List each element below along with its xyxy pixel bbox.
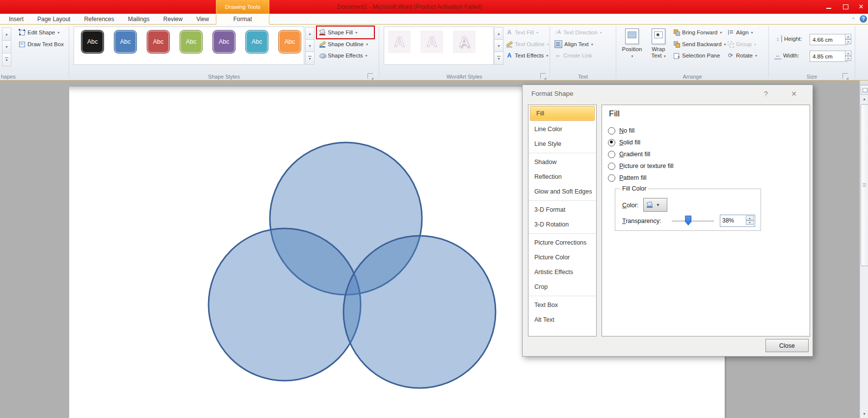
dialog-launcher-icon[interactable] <box>842 73 848 79</box>
dialog-help-icon[interactable]: ? <box>760 89 772 99</box>
shape-style-chip-4[interactable]: Abc <box>212 30 236 54</box>
wordart-style-chip-1[interactable]: A <box>421 30 443 53</box>
gallery-up-icon[interactable]: ▲ <box>494 27 503 40</box>
text-outline-button[interactable]: Text Outline ▾ <box>506 40 549 49</box>
draw-text-box-button[interactable]: Draw Text Box <box>19 40 64 49</box>
rotate-button[interactable]: ⟳ Rotate ▾ <box>727 51 757 60</box>
transparency-value-box[interactable]: 38% ▲▼ <box>720 215 755 227</box>
tab-page-layout[interactable]: Page Layout <box>30 14 77 25</box>
shape-width-input[interactable]: 4.85 cm <box>810 51 847 62</box>
radio-picture-or-texture-fill[interactable]: Picture or texture fill <box>608 160 673 172</box>
scrollbar-split-handle[interactable] <box>860 81 868 85</box>
shape-style-chip-5[interactable]: Abc <box>245 30 268 54</box>
radio-icon[interactable] <box>608 151 615 158</box>
nav-item-3-d-rotation[interactable]: 3-D Rotation <box>528 217 596 232</box>
ruler-toggle-icon[interactable] <box>861 85 868 95</box>
shape-outline-button[interactable]: Shape Outline ▾ <box>319 40 368 49</box>
nav-item-picture-color[interactable]: Picture Color <box>528 250 596 265</box>
shape-height-input[interactable]: 4.66 cm <box>810 34 847 45</box>
position-button[interactable]: Position▾ <box>620 28 644 75</box>
contextual-tab-header[interactable]: Drawing Tools <box>216 0 269 14</box>
gallery-down-icon[interactable]: ▼ <box>2 40 11 54</box>
radio-solid-fill[interactable]: Solid fill <box>608 137 673 148</box>
text-fill-button[interactable]: A Text Fill ▾ <box>506 28 538 37</box>
tab-view[interactable]: View <box>189 14 216 25</box>
nav-item-fill[interactable]: Fill <box>530 106 595 121</box>
nav-item-3-d-format[interactable]: 3-D Format <box>528 202 596 217</box>
spin-up-icon[interactable]: ▲ <box>845 34 851 39</box>
spin-down-icon[interactable]: ▼ <box>746 221 754 225</box>
gallery-down-icon[interactable]: ▼ <box>494 39 503 53</box>
shape-style-chip-0[interactable]: Abc <box>81 30 104 54</box>
gallery-more-icon[interactable]: ▼ <box>494 52 503 65</box>
nav-item-alt-text[interactable]: Alt Text <box>528 312 596 327</box>
ribbon-collapse-icon[interactable]: ^ <box>849 15 857 23</box>
nav-item-line-color[interactable]: Line Color <box>528 122 596 137</box>
scrollbar-thumb[interactable] <box>861 104 868 266</box>
nav-item-reflection[interactable]: Reflection <box>528 169 596 184</box>
gallery-up-icon[interactable]: ▲ <box>2 28 11 41</box>
shape-style-chip-1[interactable]: Abc <box>114 30 137 54</box>
send-backward-button[interactable]: Send Backward ▾ <box>673 40 726 49</box>
close-button[interactable]: Close <box>765 339 809 352</box>
radio-icon[interactable] <box>608 174 615 182</box>
shape-style-chip-3[interactable]: Abc <box>180 30 203 54</box>
gallery-more-icon[interactable]: ▼ <box>2 53 11 66</box>
transparency-slider-thumb[interactable] <box>685 216 691 225</box>
gallery-up-icon[interactable]: ▲ <box>305 27 315 40</box>
venn-circle-2[interactable] <box>343 236 496 388</box>
tab-mailings[interactable]: Mailings <box>121 14 157 25</box>
nav-item-line-style[interactable]: Line Style <box>528 137 596 151</box>
edit-shape-button[interactable]: Edit Shape ▾ <box>19 28 59 37</box>
shape-effects-button[interactable]: Shape Effects ▾ <box>319 51 367 60</box>
create-link-button[interactable]: ∞ Create Link <box>554 51 592 60</box>
scroll-up-icon[interactable]: ▲ <box>861 95 868 103</box>
dialog-launcher-icon[interactable] <box>540 73 546 79</box>
radio-no-fill[interactable]: No fill <box>608 125 673 137</box>
venn-circle-1[interactable] <box>209 228 361 381</box>
radio-icon[interactable] <box>608 163 615 170</box>
selection-pane-button[interactable]: Selection Pane <box>673 51 720 60</box>
help-icon[interactable]: ? <box>860 15 867 23</box>
bring-forward-button[interactable]: Bring Forward ▾ <box>673 28 722 37</box>
maximize-button[interactable] <box>839 2 852 11</box>
color-picker-button[interactable]: ▼ <box>643 198 667 212</box>
nav-item-artistic-effects[interactable]: Artistic Effects <box>528 265 596 279</box>
dialog-close-icon[interactable]: ✕ <box>788 89 800 99</box>
shape-style-chip-6[interactable]: Abc <box>278 30 301 54</box>
nav-item-shadow[interactable]: Shadow <box>528 155 596 169</box>
nav-item-picture-corrections[interactable]: Picture Corrections <box>528 235 596 250</box>
spin-down-icon[interactable]: ▼ <box>845 56 851 61</box>
shape-width-stepper[interactable]: ▲▼ <box>845 51 851 61</box>
shape-style-chip-2[interactable]: Abc <box>147 30 170 54</box>
text-direction-button[interactable]: ↕A Text Direction ▾ <box>554 28 602 37</box>
shape-height-stepper[interactable]: ▲▼ <box>845 34 851 44</box>
radio-icon[interactable] <box>608 139 615 146</box>
align-button[interactable]: Align ▾ <box>727 28 753 37</box>
radio-icon[interactable] <box>608 127 615 135</box>
vertical-scrollbar[interactable]: ▲ ▼ <box>860 81 868 418</box>
minimize-button[interactable] <box>822 2 835 11</box>
nav-item-text-box[interactable]: Text Box <box>528 298 596 312</box>
gallery-more-icon[interactable]: ▼ <box>305 52 315 65</box>
spin-up-icon[interactable]: ▲ <box>746 216 754 221</box>
nav-item-glow-and-soft-edges[interactable]: Glow and Soft Edges <box>528 184 596 199</box>
spin-up-icon[interactable]: ▲ <box>845 51 851 56</box>
align-text-button[interactable]: Align Text ▾ <box>554 40 593 49</box>
close-button[interactable]: ✕ <box>855 2 868 11</box>
transparency-slider-track[interactable] <box>672 221 714 222</box>
radio-gradient-fill[interactable]: Gradient fill <box>608 148 673 160</box>
tab-review[interactable]: Review <box>157 14 189 25</box>
tab-references[interactable]: References <box>77 14 121 25</box>
spin-down-icon[interactable]: ▼ <box>845 39 851 45</box>
tab-format-active[interactable]: Format <box>216 14 269 25</box>
text-effects-button[interactable]: A Text Effects ▾ <box>506 51 548 60</box>
wordart-style-chip-2[interactable]: A <box>453 30 475 53</box>
group-button[interactable]: Group ▾ <box>727 40 756 49</box>
wrap-text-button[interactable]: WrapText ▾ <box>647 28 670 75</box>
nav-item-crop[interactable]: Crop <box>528 279 596 294</box>
transparency-stepper[interactable]: ▲▼ <box>746 216 754 225</box>
radio-pattern-fill[interactable]: Pattern fill <box>608 172 673 184</box>
gallery-down-icon[interactable]: ▼ <box>305 39 315 53</box>
scroll-down-icon[interactable]: ▼ <box>861 410 868 418</box>
